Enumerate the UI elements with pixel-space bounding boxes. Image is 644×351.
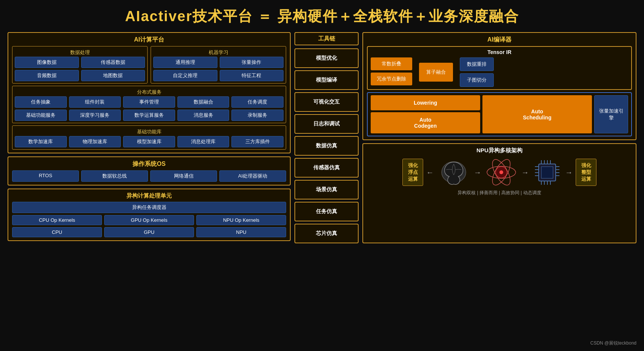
baselib-cell-4: 消息处理库 xyxy=(177,136,230,147)
op-fusion-cell: 算子融合 xyxy=(419,63,453,82)
ml-cell-3: 自定义推理 xyxy=(153,70,217,81)
dist-cell-5: 任务调度 xyxy=(231,96,283,108)
hetero-kernel-3: NPU Op Kernels xyxy=(196,215,286,225)
tool-3: 可视化交互 xyxy=(294,92,359,112)
os-cell-4: AI处理器驱动 xyxy=(219,170,286,182)
lowering-left: Lowering Auto Codegen xyxy=(371,95,480,133)
ai-platform-box: AI计算平台 数据处理 图像数据 传感器数据 音频数据 地图数据 xyxy=(8,32,291,153)
dist-cell-4: 数据融合 xyxy=(177,96,230,108)
auto-scheduling-col: Auto Scheduling xyxy=(482,95,592,133)
hetero-unit-3: NPU xyxy=(196,227,286,237)
dp-cell-4: 地图数据 xyxy=(81,70,145,81)
baselib-cell-5: 三方库插件 xyxy=(231,136,283,147)
hetero-unit-1: CPU xyxy=(12,227,102,237)
npu-brain-icon xyxy=(437,157,471,187)
baselib-cell-3: 模型加速库 xyxy=(123,136,175,147)
dp-cell-2: 传感器数据 xyxy=(81,57,145,68)
tool-2: 模型编译 xyxy=(294,70,359,90)
lowering-section: Lowering Auto Codegen Auto Scheduling 张量… xyxy=(367,92,632,136)
distributed-header: 分布式服务 xyxy=(15,88,283,96)
tool-5: 数据仿真 xyxy=(294,136,359,156)
hetero-unit-2: GPU xyxy=(104,227,194,237)
main-title: AIactiver技术平台 ＝ 异构硬件＋全栈软件＋业务深度融合 xyxy=(8,7,636,26)
dist-cell-9: 消息服务 xyxy=(177,110,230,121)
svg-point-5 xyxy=(499,170,503,174)
ml-header: 机器学习 xyxy=(153,48,283,57)
right-panel: AI编译器 Tensor IR 常数折叠 冗余节点删除 算子融合 xyxy=(362,32,636,243)
hetero-scheduler: 异构任务调度器 xyxy=(12,202,286,213)
watermark: CSDN @展锐teckbond xyxy=(590,340,636,346)
auto-codegen-cell: Auto Codegen xyxy=(371,112,480,133)
dist-cell-1: 任务抽象 xyxy=(15,96,67,108)
npu-chip-icon xyxy=(532,157,562,187)
tool-7: 场景仿真 xyxy=(294,180,359,199)
toolchain-header: 工具链 xyxy=(318,35,335,42)
npu-right-label: 强化 整型 运算 xyxy=(576,159,596,186)
dist-cell-10: 录制服务 xyxy=(231,110,283,121)
os-cell-1: RTOS xyxy=(12,170,79,182)
baselib-cell-2: 物理加速库 xyxy=(69,136,121,147)
dist-cell-2: 组件封装 xyxy=(69,96,121,108)
subgraph-cut-cell: 子图切分 xyxy=(460,73,494,87)
npu-box: NPU异构多核架构 强化 浮点 运算 ← xyxy=(362,143,636,243)
middle-panel: 工具链 模型优化 模型编译 可视化交互 日志和调试 数据仿真 传感器仿真 场景仿… xyxy=(294,32,359,243)
os-title: 操作系统OS xyxy=(12,160,286,168)
npu-diagram: 强化 浮点 运算 ← xyxy=(367,157,632,187)
left-panel: AI计算平台 数据处理 图像数据 传感器数据 音频数据 地图数据 xyxy=(8,32,291,243)
npu-arrow-2: → xyxy=(474,168,481,177)
compiler-title: AI编译器 xyxy=(367,36,632,44)
dist-cell-8: 数学运算服务 xyxy=(123,110,175,121)
tensor-engine-cell: 张量加速引擎 xyxy=(594,95,628,133)
npu-arrow-4: → xyxy=(565,168,573,177)
data-processing-header: 数据处理 xyxy=(15,48,145,57)
hetero-box: 异构计算处理单元 异构任务调度器 CPU Op Kernels GPU Op K… xyxy=(8,189,291,241)
dist-cell-7: 深度学习服务 xyxy=(69,110,121,121)
npu-arrow-1: ← xyxy=(426,168,434,177)
npu-atom-icon xyxy=(484,157,518,187)
auto-scheduling-cell: Auto Scheduling xyxy=(482,95,592,133)
hetero-kernel-1: CPU Op Kernels xyxy=(12,215,102,225)
svg-rect-7 xyxy=(541,167,553,178)
redundant-del-cell: 冗余节点删除 xyxy=(371,73,412,85)
ml-cell-4: 特征工程 xyxy=(220,70,284,81)
ai-platform-title: AI计算平台 xyxy=(12,36,286,44)
hetero-kernel-2: GPU Op Kernels xyxy=(104,215,194,225)
dp-cell-1: 图像数据 xyxy=(15,57,79,68)
tensor-ir-box: Tensor IR 常数折叠 冗余节点删除 算子融合 数据 xyxy=(367,46,632,90)
compiler-box: AI编译器 Tensor IR 常数折叠 冗余节点删除 算子融合 xyxy=(362,32,636,140)
lowering-cell: Lowering xyxy=(371,95,480,110)
ml-cell-2: 张量操作 xyxy=(220,57,284,68)
npu-left-label: 强化 浮点 运算 xyxy=(402,159,423,186)
dist-cell-6: 基础功能服务 xyxy=(15,110,67,121)
tool-8: 任务仿真 xyxy=(294,202,359,221)
tool-4: 日志和调试 xyxy=(294,114,359,134)
dp-cell-3: 音频数据 xyxy=(15,70,79,81)
ml-cell-1: 通用推理 xyxy=(153,57,217,68)
baselib-cell-1: 数学加速库 xyxy=(15,136,67,147)
const-fold-cell: 常数折叠 xyxy=(371,57,412,70)
tool-1: 模型优化 xyxy=(294,48,359,68)
npu-subtitle: 异构双核 | 择善而用 | 高效协同 | 动态调度 xyxy=(367,190,632,196)
os-cell-3: 网络通信 xyxy=(150,170,217,182)
dist-cell-3: 事件管理 xyxy=(123,96,175,108)
npu-arrow-3: → xyxy=(521,168,529,177)
tool-6: 传感器仿真 xyxy=(294,158,359,178)
tensor-ir-title: Tensor IR xyxy=(371,49,628,55)
hetero-title: 异构计算处理单元 xyxy=(12,192,286,199)
os-box: 操作系统OS RTOS 数据软总线 网络通信 AI处理器驱动 xyxy=(8,156,291,186)
baselib-header: 基础功能库 xyxy=(15,128,283,136)
npu-title: NPU异构多核架构 xyxy=(367,147,632,154)
os-cell-2: 数据软总线 xyxy=(81,170,148,182)
tool-9: 芯片仿真 xyxy=(294,224,359,243)
data-rearrange-cell: 数据重排 xyxy=(460,57,494,71)
